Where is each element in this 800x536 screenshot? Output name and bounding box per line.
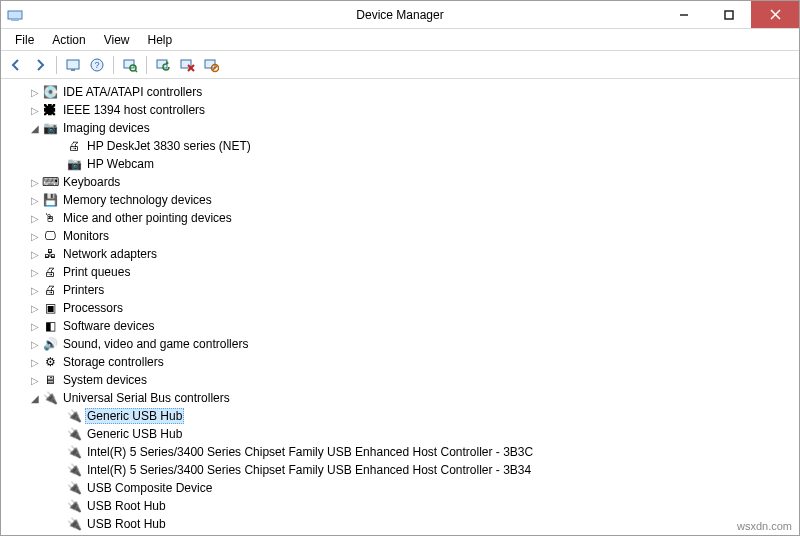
tree-item[interactable]: ▷⚙Storage controllers bbox=[1, 353, 799, 371]
expand-icon[interactable]: ▷ bbox=[29, 321, 41, 332]
tree-item[interactable]: ▷⌨Keyboards bbox=[1, 173, 799, 191]
show-hidden-button[interactable] bbox=[62, 54, 84, 76]
tree-item-label: HP Webcam bbox=[85, 157, 156, 171]
svg-rect-7 bbox=[71, 69, 75, 71]
device-icon: 🖨 bbox=[42, 282, 58, 298]
tree-item-label: Network adapters bbox=[61, 247, 159, 261]
tree-item[interactable]: 📷HP Webcam bbox=[1, 155, 799, 173]
tree-item-label: Processors bbox=[61, 301, 125, 315]
tree-item[interactable]: ▷🔊Sound, video and game controllers bbox=[1, 335, 799, 353]
tree-item[interactable]: 🔌Intel(R) 5 Series/3400 Series Chipset F… bbox=[1, 461, 799, 479]
svg-text:?: ? bbox=[94, 60, 99, 70]
tree-item[interactable]: ▷🖨Print queues bbox=[1, 263, 799, 281]
tree-item[interactable]: ▷🖵Monitors bbox=[1, 227, 799, 245]
expand-icon[interactable]: ▷ bbox=[29, 177, 41, 188]
uninstall-button[interactable] bbox=[176, 54, 198, 76]
tree-item-label: Print queues bbox=[61, 265, 132, 279]
expand-icon[interactable]: ▷ bbox=[29, 375, 41, 386]
svg-rect-10 bbox=[124, 60, 134, 68]
device-icon: 🖨 bbox=[66, 138, 82, 154]
app-icon bbox=[7, 7, 23, 23]
window-controls bbox=[661, 1, 799, 28]
tree-item-label: Printers bbox=[61, 283, 106, 297]
tree-item-label: Storage controllers bbox=[61, 355, 166, 369]
tree-item-label: Intel(R) 5 Series/3400 Series Chipset Fa… bbox=[85, 445, 535, 459]
expand-icon[interactable]: ▷ bbox=[29, 105, 41, 116]
svg-rect-1 bbox=[11, 19, 19, 21]
update-driver-button[interactable] bbox=[152, 54, 174, 76]
close-button[interactable] bbox=[751, 1, 799, 28]
tree-item[interactable]: 🔌Generic USB Hub bbox=[1, 407, 799, 425]
expand-icon[interactable]: ▷ bbox=[29, 303, 41, 314]
tree-item[interactable]: ▷💽IDE ATA/ATAPI controllers bbox=[1, 83, 799, 101]
device-icon: 🖵 bbox=[42, 228, 58, 244]
tree-item-label: Sound, video and game controllers bbox=[61, 337, 250, 351]
tree-item[interactable]: 🖨HP DeskJet 3830 series (NET) bbox=[1, 137, 799, 155]
device-manager-window: Device Manager File Action View Help bbox=[0, 0, 800, 536]
maximize-button[interactable] bbox=[706, 1, 751, 28]
device-icon: 🔌 bbox=[66, 426, 82, 442]
tree-item[interactable]: ▷🖨Printers bbox=[1, 281, 799, 299]
tree-item[interactable]: 🔌Generic USB Hub bbox=[1, 425, 799, 443]
toolbar-separator bbox=[56, 56, 57, 74]
tree-item-label: Generic USB Hub bbox=[85, 427, 184, 441]
tree-item-label: Mice and other pointing devices bbox=[61, 211, 234, 225]
device-icon: 🔌 bbox=[66, 408, 82, 424]
expand-icon[interactable]: ▷ bbox=[29, 267, 41, 278]
device-tree[interactable]: ▷💽IDE ATA/ATAPI controllers▷🞿IEEE 1394 h… bbox=[1, 79, 799, 535]
help-button[interactable]: ? bbox=[86, 54, 108, 76]
tree-item[interactable]: ▷▣Processors bbox=[1, 299, 799, 317]
tree-item-label: HP DeskJet 3830 series (NET) bbox=[85, 139, 253, 153]
menu-action[interactable]: Action bbox=[44, 31, 93, 49]
expand-icon[interactable]: ▷ bbox=[29, 285, 41, 296]
menu-file[interactable]: File bbox=[7, 31, 42, 49]
scan-hardware-button[interactable] bbox=[119, 54, 141, 76]
menu-view[interactable]: View bbox=[96, 31, 138, 49]
collapse-icon[interactable]: ◢ bbox=[29, 123, 41, 134]
disable-button[interactable] bbox=[200, 54, 222, 76]
device-icon: 🖨 bbox=[42, 264, 58, 280]
tree-item[interactable]: 🔌USB Composite Device bbox=[1, 479, 799, 497]
tree-item[interactable]: ▷🖥System devices bbox=[1, 371, 799, 389]
tree-item-label: Keyboards bbox=[61, 175, 122, 189]
collapse-icon[interactable]: ◢ bbox=[29, 393, 41, 404]
tree-item[interactable]: ▷🖧Network adapters bbox=[1, 245, 799, 263]
svg-rect-17 bbox=[205, 60, 215, 68]
tree-item-label: System devices bbox=[61, 373, 149, 387]
tree-item-label: USB Root Hub bbox=[85, 499, 168, 513]
tree-item-label: IDE ATA/ATAPI controllers bbox=[61, 85, 204, 99]
device-icon: 🔌 bbox=[66, 480, 82, 496]
toolbar: ? bbox=[1, 51, 799, 79]
device-icon: 🔌 bbox=[42, 390, 58, 406]
device-icon: 🖧 bbox=[42, 246, 58, 262]
tree-item-label: Monitors bbox=[61, 229, 111, 243]
forward-button[interactable] bbox=[29, 54, 51, 76]
tree-item[interactable]: ▷💾Memory technology devices bbox=[1, 191, 799, 209]
tree-item[interactable]: ▷🖱Mice and other pointing devices bbox=[1, 209, 799, 227]
svg-rect-3 bbox=[725, 11, 733, 19]
tree-item[interactable]: 🔌Intel(R) 5 Series/3400 Series Chipset F… bbox=[1, 443, 799, 461]
expand-icon[interactable]: ▷ bbox=[29, 213, 41, 224]
tree-item[interactable]: 🔌USB Root Hub bbox=[1, 497, 799, 515]
tree-item[interactable]: ◢🔌Universal Serial Bus controllers bbox=[1, 389, 799, 407]
expand-icon[interactable]: ▷ bbox=[29, 249, 41, 260]
expand-icon[interactable]: ▷ bbox=[29, 87, 41, 98]
minimize-button[interactable] bbox=[661, 1, 706, 28]
tree-item[interactable]: ▷◧Software devices bbox=[1, 317, 799, 335]
expand-icon[interactable]: ▷ bbox=[29, 339, 41, 350]
tree-item[interactable]: ◢📷Imaging devices bbox=[1, 119, 799, 137]
tree-item-label: Universal Serial Bus controllers bbox=[61, 391, 232, 405]
expand-icon[interactable]: ▷ bbox=[29, 357, 41, 368]
device-icon: 📷 bbox=[42, 120, 58, 136]
menu-help[interactable]: Help bbox=[140, 31, 181, 49]
expand-icon[interactable]: ▷ bbox=[29, 195, 41, 206]
expand-icon[interactable]: ▷ bbox=[29, 231, 41, 242]
device-icon: ⚙ bbox=[42, 354, 58, 370]
tree-item[interactable]: ▷🞿IEEE 1394 host controllers bbox=[1, 101, 799, 119]
device-icon: ◧ bbox=[42, 318, 58, 334]
back-button[interactable] bbox=[5, 54, 27, 76]
tree-item[interactable]: 🔌USB Root Hub bbox=[1, 515, 799, 533]
toolbar-separator bbox=[146, 56, 147, 74]
device-icon: 🔌 bbox=[66, 444, 82, 460]
device-icon: 🔌 bbox=[66, 498, 82, 514]
